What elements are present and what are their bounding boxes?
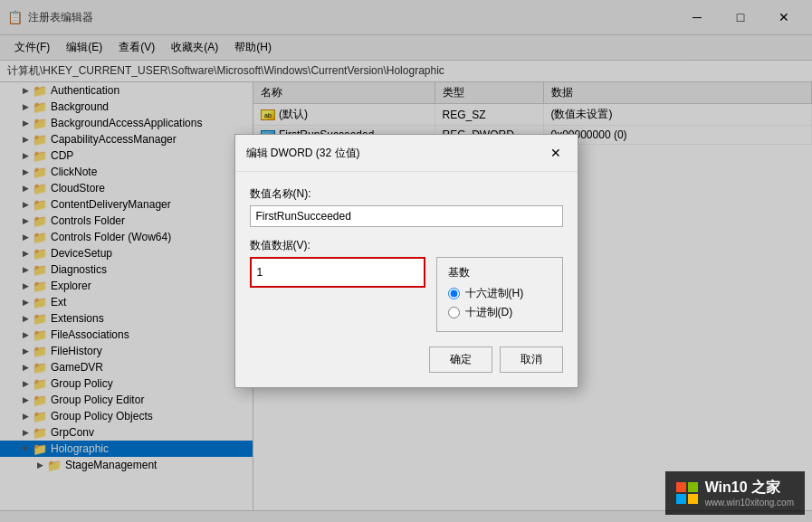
dialog-close-button[interactable]: ✕: [545, 142, 567, 164]
win-logo-q2: [688, 482, 698, 492]
watermark-main-text: Win10 之家: [705, 479, 794, 498]
data-value-input[interactable]: [250, 257, 425, 288]
data-label: 数值数据(V):: [250, 238, 563, 253]
name-input[interactable]: [250, 205, 563, 227]
name-label: 数值名称(N):: [250, 186, 563, 202]
dec-radio[interactable]: [448, 307, 460, 318]
win-logo-q1: [676, 482, 686, 492]
hex-label: 十六进制(H): [465, 286, 524, 301]
radix-box: 基数 十六进制(H) 十进制(D): [436, 257, 563, 332]
watermark-sub-text: www.win10xitong.com: [705, 498, 794, 508]
watermark-text-block: Win10 之家 www.win10xitong.com: [705, 479, 794, 508]
win-logo-q4: [688, 494, 698, 504]
win-logo-q3: [676, 494, 686, 504]
watermark: Win10 之家 www.win10xitong.com: [665, 471, 805, 515]
hex-radio-label[interactable]: 十六进制(H): [448, 286, 551, 301]
windows-logo: [676, 482, 698, 504]
radix-title: 基数: [448, 265, 551, 280]
dialog-buttons: 确定 取消: [250, 346, 563, 373]
dec-label: 十进制(D): [465, 305, 513, 320]
dialog-body: 数值名称(N): 数值数据(V): 基数 十六进制(H) 十进制(D): [235, 172, 578, 387]
dialog-title-bar: 编辑 DWORD (32 位值) ✕: [235, 135, 578, 172]
dialog-title: 编辑 DWORD (32 位值): [246, 146, 360, 161]
hex-radio[interactable]: [448, 288, 460, 299]
value-row: 基数 十六进制(H) 十进制(D): [250, 257, 563, 332]
value-input-wrapper: [250, 257, 425, 288]
edit-dword-dialog: 编辑 DWORD (32 位值) ✕ 数值名称(N): 数值数据(V): 基数 …: [234, 134, 578, 388]
modal-overlay: 编辑 DWORD (32 位值) ✕ 数值名称(N): 数值数据(V): 基数 …: [0, 0, 812, 522]
watermark-inner: Win10 之家 www.win10xitong.com: [665, 471, 805, 515]
ok-button[interactable]: 确定: [429, 346, 492, 373]
dec-radio-label[interactable]: 十进制(D): [448, 305, 551, 320]
cancel-button[interactable]: 取消: [500, 346, 563, 373]
